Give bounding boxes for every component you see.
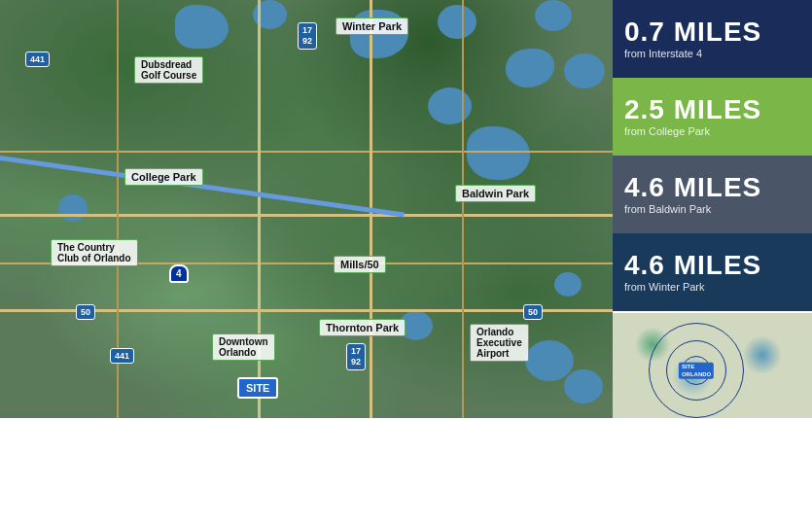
distance-from-college-park: from College Park <box>624 125 800 137</box>
label-college-park: College Park <box>124 168 203 186</box>
shield-interstate-4: 4 <box>169 264 189 283</box>
water-body <box>554 272 582 297</box>
shield-50-left: 50 <box>76 304 95 320</box>
distance-from-interstate: from Interstate 4 <box>624 48 800 59</box>
label-orlando-airport: OrlandoExecutiveAirport <box>470 324 529 362</box>
shield-50-right: 50 <box>523 304 543 320</box>
shield-441-top: 441 <box>25 52 50 67</box>
label-thornton-park: Thornton Park <box>319 319 406 336</box>
distance-from-winter-park: from Winter Park <box>624 281 800 293</box>
distance-card-interstate: 0.7 MILES from Interstate 4 <box>613 0 812 78</box>
water-body <box>525 340 574 381</box>
label-downtown-orlando: DowntownOrlando <box>212 333 275 361</box>
label-winter-park: Winter Park <box>335 18 408 35</box>
water-body <box>535 0 572 31</box>
mini-map: SITEORLANDO <box>613 311 812 418</box>
shield-441-bottom: 441 <box>110 348 134 364</box>
label-dubsdread: DubsdreadGolf Course <box>134 56 203 84</box>
water-body <box>438 5 477 39</box>
label-baldwin-park: Baldwin Park <box>455 185 536 202</box>
label-mills-50: Mills/50 <box>334 256 386 273</box>
distance-card-college-park: 2.5 MILES from College Park <box>613 78 812 156</box>
top-row: Winter Park DubsdreadGolf Course College… <box>0 0 812 418</box>
distance-miles-winter-park: 4.6 MILES <box>624 252 800 279</box>
road-horizontal-thin <box>0 151 613 153</box>
distance-miles-baldwin-park: 4.6 MILES <box>624 174 800 201</box>
water-body <box>564 53 605 88</box>
water-body <box>564 369 603 403</box>
water-body <box>428 88 472 124</box>
water-body <box>175 5 229 49</box>
distance-from-baldwin-park: from Baldwin Park <box>624 203 800 215</box>
road-vertical-thin <box>462 0 464 418</box>
mini-site-label: SITEORLANDO <box>679 363 714 378</box>
distance-miles-college-park: 2.5 MILES <box>624 96 800 123</box>
map-area: Winter Park DubsdreadGolf Course College… <box>0 0 613 418</box>
label-country-club: The CountryClub of Orlando <box>51 239 138 266</box>
distance-card-winter-park: 4.6 MILES from Winter Park <box>613 233 812 311</box>
shield-17-92-top: 1792 <box>298 22 317 50</box>
water-body <box>58 194 88 222</box>
right-panel: 0.7 MILES from Interstate 4 2.5 MILES fr… <box>613 0 812 418</box>
shield-17-92-bottom: 1792 <box>346 343 366 370</box>
main-container: Winter Park DubsdreadGolf Course College… <box>0 0 812 525</box>
distance-miles-interstate: 0.7 MILES <box>624 18 800 46</box>
road-horizontal <box>0 214 613 217</box>
site-marker: SITE <box>237 377 278 399</box>
distance-card-baldwin-park: 4.6 MILES from Baldwin Park <box>613 156 812 233</box>
